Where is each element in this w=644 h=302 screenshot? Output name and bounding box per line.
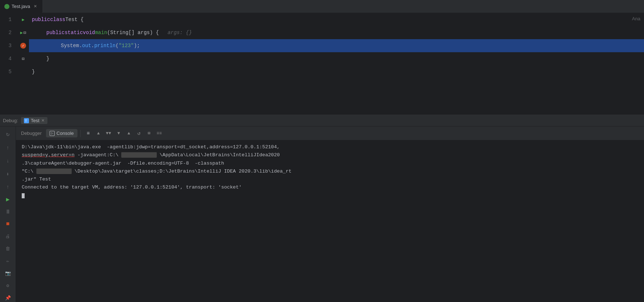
sidebar-pin[interactable]: 📌 [3,293,13,302]
code-line-5: } [29,65,644,78]
console-output: D:\Java\jdk-11\bin\java.exe -agentlib:jd… [16,140,644,302]
line-number-1: 1 [0,13,14,26]
console-line-connected: Connected to the target VM, address: '12… [22,183,638,191]
console-line-5: .jar" Test [22,175,638,183]
code-line-4: } [29,52,644,65]
tab-debugger[interactable]: Debugger [17,129,45,137]
line-number-4: 4 [0,52,14,65]
top-right-label: Ana [632,16,640,21]
console-line-2: suspend=y,server=n -javaagent:C:\ ██████… [22,151,638,159]
toolbar-btn-up[interactable]: ▲ [94,129,103,138]
tab-close-button[interactable]: ✕ [32,4,38,9]
toolbar-btn-lines[interactable]: ≡ [84,129,93,138]
code-line-3: System. out . println ( "123" ); [29,39,644,52]
line-number-2: 2 [0,26,14,39]
sidebar-play-resume[interactable]: ▶ [3,194,13,205]
debug-session-tab[interactable]: T Test ✕ [21,117,47,124]
sidebar-camera[interactable]: 📷 [3,268,13,279]
debug-session-name: Test [31,118,39,123]
debug-main: ↻ ↑ ↓ ⬇ ↑ ▶ ⏸ ■ 🖨 🗑 ✏ 📷 ⚙ 📌 Debugger [0,127,644,302]
run-icon: ▶ [20,30,23,36]
tab-test-java[interactable]: Test.java ✕ [0,0,43,13]
console-underline-text: suspend=y,server=n [22,152,75,158]
debug-panel: Debug: T Test ✕ ↻ ↑ ↓ ⬇ ↑ ▶ ⏸ ■ 🖨 🗑 ✏ [0,115,644,302]
gutter-line-4[interactable]: ⊟ [17,52,29,65]
code-content: public class Test { public static void m… [29,13,644,115]
toolbar-btn-down[interactable]: ▼ [114,129,123,138]
code-editor: 1 2 3 4 5 ▶ ▶ ⊟ ✓ ⊟ public [0,13,644,115]
debug-label: Debug: [3,118,18,123]
gutter-line-2[interactable]: ▶ ⊟ [17,26,29,39]
tab-console[interactable]: ▷ Console [46,129,77,137]
console-cursor-line [22,192,638,200]
gutter-line-5 [17,65,29,78]
sidebar-arrow-up[interactable]: ↑ [3,142,13,153]
console-redacted-1: ████████████ [121,152,156,158]
left-sidebar: ↻ ↑ ↓ ⬇ ↑ ▶ ⏸ ■ 🖨 🗑 ✏ 📷 ⚙ 📌 [0,127,16,302]
run-icon: ▶ [22,17,24,22]
sidebar-settings[interactable]: ⚙ [3,280,13,291]
debug-session-close[interactable]: ✕ [41,118,45,123]
toolbar-btn-refresh[interactable]: ↺ [134,129,144,138]
toolbar-btn-grid[interactable]: ≡≡ [155,129,164,138]
sidebar-step-over[interactable]: ↓ [3,156,13,166]
tab-filename: Test.java [12,4,30,9]
debug-header: Debug: T Test ✕ [0,115,644,127]
console-line-3: .3\captureAgent\debugger-agent.jar -Dfil… [22,160,638,167]
line-number-5: 5 [0,65,14,78]
code-line-2: public static void main (String[] args) … [29,26,644,39]
console-label: Console [56,131,74,136]
toolbar-btn-arrow-up[interactable]: ▲ [124,129,134,138]
gutter-line-1[interactable]: ▶ [17,13,29,26]
line-numbers: 1 2 3 4 5 [0,13,17,115]
gutter-line-3[interactable]: ✓ [17,39,29,52]
debug-session-icon: T [24,118,29,123]
fold-icon: ⊟ [22,56,24,62]
debug-toolbar: Debugger ▷ Console ≡ ▲ ▼▼ ▼ ▲ ↺ ⊞ ≡≡ [16,127,644,140]
console-line-1: D:\Java\jdk-11\bin\java.exe -agentlib:jd… [22,143,638,151]
console-redacted-2: ████████████ [37,169,72,174]
gutter: ▶ ▶ ⊟ ✓ ⊟ [17,13,29,115]
fold-icon: ⊟ [24,30,26,36]
sidebar-refresh[interactable]: ↻ [3,129,13,140]
console-line-4: "C:\ ████████████ \Desktop\Java\target\c… [22,167,638,175]
toolbar-btn-table[interactable]: ⊞ [144,129,154,138]
toolbar-btn-down-all[interactable]: ▼▼ [104,129,113,138]
toolbar-separator-1 [80,130,81,137]
right-panel: Debugger ▷ Console ≡ ▲ ▼▼ ▼ ▲ ↺ ⊞ ≡≡ D:\… [16,127,644,302]
console-cursor [22,193,25,198]
code-line-1: public class Test { [29,13,644,26]
console-tab-icon: ▷ [50,131,55,136]
sidebar-stop[interactable]: ■ [3,219,13,229]
scroll-arrows: ↑ ↓ ⬇ ↑ [3,142,13,193]
svg-text:T: T [25,119,27,123]
tab-bar: Test.java ✕ [0,0,644,13]
sidebar-step-out[interactable]: ↑ [3,182,13,193]
debugger-label: Debugger [21,131,42,136]
java-file-icon [4,4,9,9]
sidebar-edit[interactable]: ✏ [3,256,13,266]
sidebar-pause[interactable]: ⏸ [3,206,13,217]
breakpoint-check: ✓ [22,44,24,48]
sidebar-print[interactable]: 🖨 [3,231,13,242]
sidebar-step-into[interactable]: ⬇ [3,169,13,179]
sidebar-delete[interactable]: 🗑 [3,243,13,254]
line-number-3: 3 [0,39,14,52]
breakpoint-icon[interactable]: ✓ [20,43,26,49]
